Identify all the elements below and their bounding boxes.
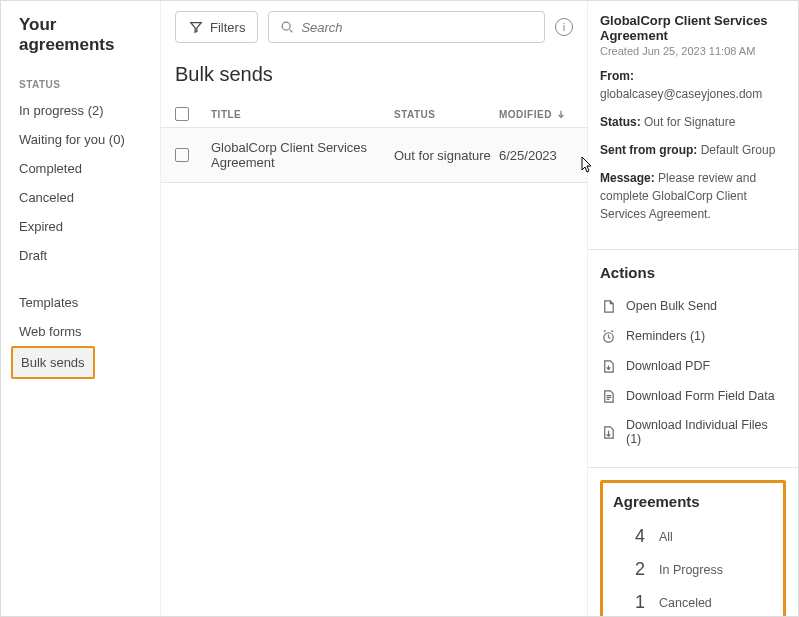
actions-heading: Actions xyxy=(600,264,786,281)
funnel-icon xyxy=(188,19,204,35)
sidebar-item-web-forms[interactable]: Web forms xyxy=(1,317,160,346)
detail-title: GlobalCorp Client Services Agreement xyxy=(600,13,786,43)
sidebar-item-completed[interactable]: Completed xyxy=(1,154,160,183)
download-pdf-icon xyxy=(600,358,616,374)
filters-label: Filters xyxy=(210,20,245,35)
main-panel: Filters i Bulk sends TITLE STATUS MODIFI… xyxy=(161,1,588,616)
sidebar: Your agreements STATUS In progress (2) W… xyxy=(1,1,161,616)
detail-created: Created Jun 25, 2023 11:08 AM xyxy=(600,45,786,57)
detail-group: Sent from group: Default Group xyxy=(600,141,786,159)
page-title: Your agreements xyxy=(1,15,160,69)
open-icon xyxy=(600,298,616,314)
sidebar-item-canceled[interactable]: Canceled xyxy=(1,183,160,212)
action-reminders[interactable]: Reminders (1) xyxy=(600,321,786,351)
agreements-row-in-progress[interactable]: 2 In Progress xyxy=(629,553,773,586)
search-icon xyxy=(279,19,295,35)
topbar: Filters i xyxy=(161,1,587,53)
search-input[interactable] xyxy=(301,20,534,35)
detail-status: Status: Out for Signature xyxy=(600,113,786,131)
sidebar-item-waiting-for-you[interactable]: Waiting for you (0) xyxy=(1,125,160,154)
bulk-sends-table: TITLE STATUS MODIFIED GlobalCorp Client … xyxy=(161,101,587,183)
row-checkbox[interactable] xyxy=(175,148,189,162)
svg-line-5 xyxy=(608,337,610,338)
sidebar-item-in-progress[interactable]: In progress (2) xyxy=(1,96,160,125)
row-modified: 6/25/2023 xyxy=(499,148,573,163)
table-header: TITLE STATUS MODIFIED xyxy=(161,101,587,128)
info-icon[interactable]: i xyxy=(555,18,573,36)
svg-line-7 xyxy=(611,330,613,331)
sidebar-status-label: STATUS xyxy=(1,69,160,96)
filters-button[interactable]: Filters xyxy=(175,11,258,43)
sidebar-item-bulk-sends[interactable]: Bulk sends xyxy=(11,346,95,379)
select-all-checkbox[interactable] xyxy=(175,107,189,121)
row-status: Out for signature xyxy=(394,148,499,163)
svg-point-0 xyxy=(283,22,291,30)
agreements-section: Agreements 4 All 2 In Progress 1 Cancele… xyxy=(600,480,786,616)
actions-section: Actions Open Bulk Send Reminders (1) Dow… xyxy=(588,250,798,468)
action-download-pdf[interactable]: Download PDF xyxy=(600,351,786,381)
svg-line-1 xyxy=(290,30,293,33)
detail-from: From: globalcasey@caseyjones.dom xyxy=(600,67,786,103)
column-status[interactable]: STATUS xyxy=(394,109,499,120)
content-heading: Bulk sends xyxy=(161,53,587,101)
sidebar-item-draft[interactable]: Draft xyxy=(1,241,160,270)
action-open-bulk-send[interactable]: Open Bulk Send xyxy=(600,291,786,321)
download-form-icon xyxy=(600,388,616,404)
download-files-icon xyxy=(600,424,616,440)
action-download-form-data[interactable]: Download Form Field Data xyxy=(600,381,786,411)
detail-message: Message: Please review and complete Glob… xyxy=(600,169,786,223)
search-box[interactable] xyxy=(268,11,545,43)
row-title: GlobalCorp Client Services Agreement xyxy=(211,140,394,170)
svg-line-6 xyxy=(603,330,605,331)
agreements-heading: Agreements xyxy=(613,493,773,510)
detail-panel: GlobalCorp Client Services Agreement Cre… xyxy=(588,1,798,616)
sidebar-item-expired[interactable]: Expired xyxy=(1,212,160,241)
clock-icon xyxy=(600,328,616,344)
sidebar-item-templates[interactable]: Templates xyxy=(1,288,160,317)
agreements-row-all[interactable]: 4 All xyxy=(629,520,773,553)
agreements-row-canceled[interactable]: 1 Canceled xyxy=(629,586,773,616)
column-title[interactable]: TITLE xyxy=(211,109,394,120)
column-modified[interactable]: MODIFIED xyxy=(499,109,573,120)
detail-header: GlobalCorp Client Services Agreement Cre… xyxy=(588,1,798,250)
action-download-individual-files[interactable]: Download Individual Files (1) xyxy=(600,411,786,453)
sort-descending-icon xyxy=(556,109,566,119)
table-row[interactable]: GlobalCorp Client Services Agreement Out… xyxy=(161,128,587,183)
